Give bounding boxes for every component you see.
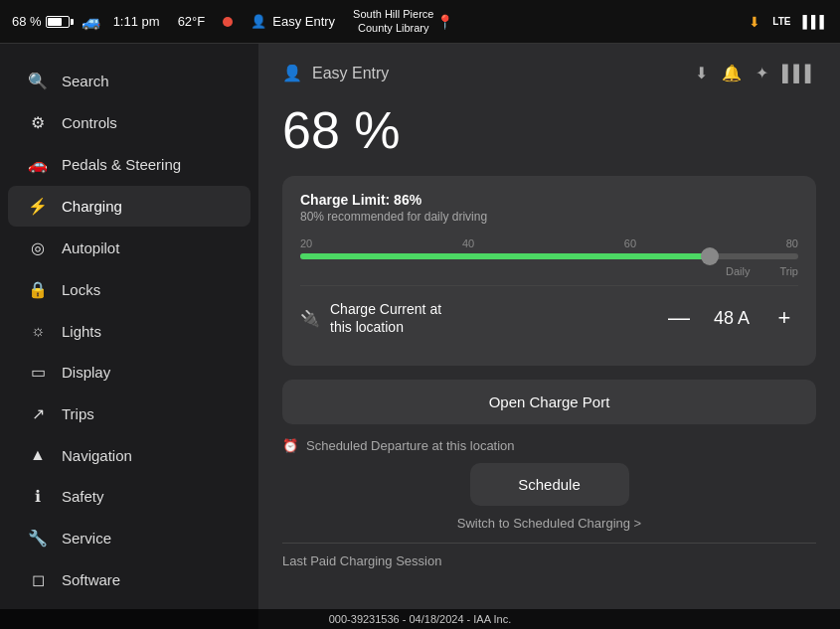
sidebar-item-locks[interactable]: 🔒 Locks bbox=[8, 269, 251, 310]
sidebar-item-pedals[interactable]: 🚗 Pedals & Steering bbox=[8, 144, 251, 185]
charge-limit-subtitle: 80% recommended for daily driving bbox=[300, 210, 798, 224]
scheduled-departure-section: ⏰ Scheduled Departure at this location S… bbox=[282, 438, 816, 531]
charge-current-label: Charge Current at this location bbox=[330, 300, 441, 336]
charging-icon: ⚡ bbox=[28, 197, 48, 216]
sidebar-label-locks: Locks bbox=[62, 281, 100, 298]
content-header: 👤 Easy Entry ⬇ 🔔 ✦ ▌▌▌ bbox=[282, 64, 816, 82]
time-display: 1:11 pm bbox=[113, 14, 160, 29]
software-icon: ◻ bbox=[28, 570, 48, 589]
profile-header-icon: 👤 bbox=[282, 64, 302, 82]
slider-track[interactable] bbox=[300, 253, 798, 259]
sidebar-item-safety[interactable]: ℹ Safety bbox=[8, 476, 251, 517]
sidebar-label-search: Search bbox=[62, 73, 109, 89]
charge-plug-icon: 🔌 bbox=[300, 309, 320, 328]
schedule-button[interactable]: Schedule bbox=[470, 463, 629, 506]
profile-icon: 👤 bbox=[251, 14, 266, 29]
battery-percentage-display: 68 % bbox=[282, 100, 816, 160]
battery-status: 68 % bbox=[12, 14, 70, 29]
increase-current-button[interactable]: + bbox=[770, 304, 798, 332]
sidebar-item-trips[interactable]: ↗ Trips bbox=[8, 393, 251, 434]
scheduled-departure-label: Scheduled Departure at this location bbox=[306, 438, 515, 453]
sidebar-label-service: Service bbox=[62, 530, 111, 547]
car-icon: 🚙 bbox=[82, 12, 101, 31]
scheduled-departure-header: ⏰ Scheduled Departure at this location bbox=[282, 438, 816, 453]
easy-entry-header-label: Easy Entry bbox=[312, 65, 389, 82]
bell-header-icon: 🔔 bbox=[722, 64, 742, 82]
sidebar-label-display: Display bbox=[62, 364, 110, 381]
decrease-current-button[interactable]: — bbox=[665, 304, 693, 332]
sidebar-item-search[interactable]: 🔍 Search bbox=[8, 61, 251, 101]
slider-fill bbox=[300, 253, 709, 259]
sidebar-item-navigation[interactable]: ▲ Navigation bbox=[8, 435, 251, 475]
easy-entry-label: Easy Entry bbox=[272, 14, 335, 29]
sidebar-item-charging[interactable]: ⚡ Charging bbox=[8, 186, 251, 227]
search-icon: 🔍 bbox=[28, 72, 48, 90]
download-header-icon: ⬇ bbox=[695, 64, 708, 82]
battery-icon bbox=[46, 16, 70, 28]
sidebar-item-service[interactable]: 🔧 Service bbox=[8, 518, 251, 558]
switch-scheduled-link[interactable]: Switch to Scheduled Charging > bbox=[282, 516, 816, 531]
location-section: South Hill Pierce County Library 📍 bbox=[353, 8, 453, 34]
sidebar-item-software[interactable]: ◻ Software bbox=[8, 559, 251, 600]
trips-icon: ↗ bbox=[28, 404, 48, 423]
autopilot-icon: ◎ bbox=[28, 238, 48, 257]
lights-icon: ☼ bbox=[28, 322, 48, 340]
charge-limit-slider-container[interactable]: 20 40 60 80 Daily Trip bbox=[300, 237, 798, 277]
signal-bars-icon: ▌▌▌ bbox=[802, 15, 828, 29]
locks-icon: 🔒 bbox=[28, 280, 48, 299]
sidebar-label-trips: Trips bbox=[62, 405, 94, 422]
sidebar-label-lights: Lights bbox=[62, 323, 101, 340]
location-pin-icon: 📍 bbox=[436, 14, 453, 30]
sidebar-label-controls: Controls bbox=[62, 114, 117, 131]
status-right: ⬇ LTE ▌▌▌ bbox=[749, 14, 828, 30]
content-header-left: 👤 Easy Entry bbox=[282, 64, 389, 82]
charge-limit-title: Charge Limit: 86% bbox=[300, 192, 798, 208]
main-layout: 🔍 Search ⚙ Controls 🚗 Pedals & Steering … bbox=[0, 44, 840, 629]
lte-label: LTE bbox=[772, 16, 790, 27]
temperature-display: 62°F bbox=[178, 14, 206, 29]
navigation-icon: ▲ bbox=[28, 446, 48, 464]
status-center: 1:11 pm 62°F 👤 Easy Entry South Hill Pie… bbox=[113, 8, 738, 34]
header-icons: ⬇ 🔔 ✦ ▌▌▌ bbox=[695, 64, 816, 82]
recording-dot bbox=[223, 17, 233, 27]
pedals-icon: 🚗 bbox=[28, 155, 48, 174]
bluetooth-header-icon: ✦ bbox=[756, 64, 768, 82]
sidebar-item-lights[interactable]: ☼ Lights bbox=[8, 311, 251, 351]
slider-thumb[interactable] bbox=[701, 247, 719, 265]
sidebar-item-autopilot[interactable]: ◎ Autopilot bbox=[8, 228, 251, 268]
sidebar-label-pedals: Pedals & Steering bbox=[62, 156, 181, 173]
charge-current-row: 🔌 Charge Current at this location — 48 A… bbox=[300, 285, 798, 350]
controls-icon: ⚙ bbox=[28, 113, 48, 132]
download-icon: ⬇ bbox=[749, 14, 760, 30]
sidebar-label-charging: Charging bbox=[62, 198, 122, 215]
location-text: South Hill Pierce County Library bbox=[353, 8, 433, 34]
footer-watermark: 000-39231536 - 04/18/2024 - IAA Inc. bbox=[0, 609, 840, 629]
safety-icon: ℹ bbox=[28, 487, 48, 506]
display-icon: ▭ bbox=[28, 363, 48, 382]
sidebar-item-display[interactable]: ▭ Display bbox=[8, 352, 251, 393]
slider-labels: 20 40 60 80 bbox=[300, 237, 798, 249]
sidebar-label-software: Software bbox=[62, 571, 120, 588]
sidebar-item-controls[interactable]: ⚙ Controls bbox=[8, 102, 251, 143]
slider-bottom-labels: Daily Trip bbox=[300, 265, 798, 277]
charge-current-left: 🔌 Charge Current at this location bbox=[300, 300, 441, 336]
content-area: 👤 Easy Entry ⬇ 🔔 ✦ ▌▌▌ 68 % Charge Limit… bbox=[258, 44, 840, 629]
service-icon: 🔧 bbox=[28, 529, 48, 548]
status-bar: 68 % 🚙 1:11 pm 62°F 👤 Easy Entry South H… bbox=[0, 0, 840, 44]
current-value-display: 48 A bbox=[707, 308, 756, 329]
last-paid-session: Last Paid Charging Session bbox=[282, 543, 816, 568]
charge-limit-card: Charge Limit: 86% 80% recommended for da… bbox=[282, 176, 816, 366]
sidebar-label-navigation: Navigation bbox=[62, 447, 132, 464]
charge-current-controls: — 48 A + bbox=[665, 304, 798, 332]
sidebar: 🔍 Search ⚙ Controls 🚗 Pedals & Steering … bbox=[0, 44, 258, 629]
clock-icon: ⏰ bbox=[282, 438, 298, 453]
battery-percent-label: 68 % bbox=[12, 14, 42, 29]
sidebar-label-safety: Safety bbox=[62, 488, 104, 505]
footer-text: 000-39231536 - 04/18/2024 - IAA Inc. bbox=[329, 613, 511, 625]
signal-header-icon: ▌▌▌ bbox=[782, 65, 816, 82]
profile-section[interactable]: 👤 Easy Entry bbox=[251, 14, 335, 29]
sidebar-label-autopilot: Autopilot bbox=[62, 239, 119, 256]
open-charge-port-button[interactable]: Open Charge Port bbox=[282, 380, 816, 424]
